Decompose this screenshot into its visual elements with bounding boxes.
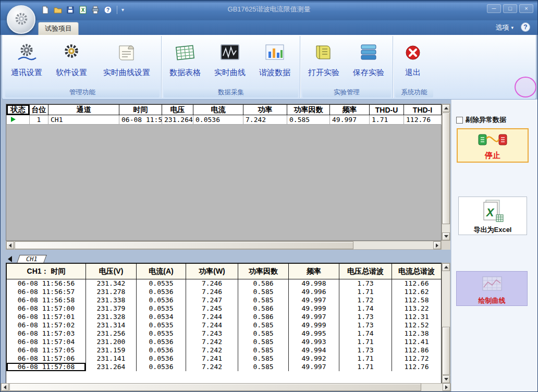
voltage-thd-column-header[interactable]: 电压总谐波: [339, 264, 392, 279]
scroll-right-button[interactable]: [433, 241, 441, 249]
software-settings-button[interactable]: 软件设置: [49, 40, 94, 88]
channel-data-row[interactable]: 06-08 11:57:04231.2000.05367.2420.58549.…: [7, 338, 442, 346]
channel-data-cell[interactable]: 49.996: [289, 288, 339, 296]
help-icon[interactable]: ?: [103, 5, 113, 15]
channel-data-cell[interactable]: 49.998: [289, 279, 339, 288]
channel-data-cell[interactable]: 0.585: [238, 354, 289, 363]
channel-data-cell[interactable]: 0.0536: [137, 363, 186, 371]
realtime-curve-button[interactable]: 实时曲线: [207, 40, 252, 88]
channel-data-cell[interactable]: 06-08 11:57:01: [7, 313, 86, 321]
hscrollbar-thumb[interactable]: [15, 241, 353, 249]
channel-data-cell[interactable]: 7.242: [186, 338, 238, 346]
channel-data-cell[interactable]: 231.159: [86, 346, 137, 354]
channel-data-cell[interactable]: 0.0536: [137, 296, 186, 304]
channel-data-row[interactable]: 06-08 11:57:02231.3140.05357.2440.58549.…: [7, 321, 442, 329]
voltage-column-header[interactable]: 电压: [162, 105, 193, 115]
channel-data-cell[interactable]: 1.74: [339, 304, 392, 313]
channel-data-cell[interactable]: 231.379: [86, 304, 137, 313]
channel-data-cell[interactable]: 49.994: [289, 346, 339, 354]
time-column-header[interactable]: 时间: [119, 105, 162, 115]
channel-data-cell[interactable]: 231.338: [86, 296, 137, 304]
channel-data-cell[interactable]: 0.586: [238, 304, 289, 313]
exit-button[interactable]: 退出: [394, 40, 432, 88]
channel-data-cell[interactable]: 112.41: [392, 338, 442, 346]
current-column-header[interactable]: 电流: [193, 105, 243, 115]
help-button[interactable]: ?: [521, 22, 530, 32]
scroll-up-button[interactable]: [442, 104, 450, 112]
channel-data-cell[interactable]: 0.585: [238, 346, 289, 354]
channel-data-cell[interactable]: 49.999: [289, 321, 339, 329]
open-experiment-button[interactable]: 打开实验: [301, 40, 346, 88]
power-column-header[interactable]: 功率: [243, 105, 287, 115]
station-column-header[interactable]: 台位: [30, 105, 48, 115]
channel-data-cell[interactable]: 1.73: [339, 346, 392, 354]
channel-data-cell[interactable]: 0.585: [238, 288, 289, 296]
channel-data-cell[interactable]: 0.585: [238, 321, 289, 329]
channel-data-vscrollbar[interactable]: [442, 263, 450, 384]
channel-data-cell[interactable]: 231.342: [86, 279, 137, 288]
channel-data-cell[interactable]: 06-08 11:57:08: [7, 363, 86, 371]
app-menu-button[interactable]: [7, 5, 35, 34]
channel-data-cell[interactable]: 113.22: [392, 304, 442, 313]
channel-data-cell[interactable]: 1.71: [339, 338, 392, 346]
channel-data-row[interactable]: 06-08 11:57:00231.3790.05357.2450.58649.…: [7, 304, 442, 313]
channel-data-cell[interactable]: 7.241: [186, 354, 238, 363]
curve-settings-button[interactable]: 实时曲线设置: [94, 40, 160, 88]
channel-data-cell[interactable]: 0.586: [238, 279, 289, 288]
channel-data-cell[interactable]: 49.992: [289, 354, 339, 363]
minimize-button[interactable]: ─: [487, 4, 501, 13]
channel-data-cell[interactable]: 49.997: [289, 363, 339, 371]
channel-data-cell[interactable]: 112.58: [392, 296, 442, 304]
channel-data-row[interactable]: 06-08 11:56:58231.3380.05367.2470.58549.…: [7, 296, 442, 304]
channel-data-cell[interactable]: 231.256: [86, 329, 137, 338]
channel-data-cell[interactable]: 7.242: [186, 363, 238, 371]
channel-column-header[interactable]: 通道: [48, 105, 119, 115]
bottom-hscrollbar[interactable]: [1, 383, 451, 391]
power-column-header[interactable]: 功率(W): [186, 264, 238, 279]
channel-data-row[interactable]: 06-08 11:57:01231.3280.05347.2440.58649.…: [7, 313, 442, 321]
channel-data-cell[interactable]: 0.0535: [137, 304, 186, 313]
channel-tab-scroll-left-button[interactable]: [6, 255, 14, 263]
channel-data-cell[interactable]: 231.314: [86, 321, 137, 329]
channel-data-cell[interactable]: 231.264: [86, 363, 137, 371]
channel-data-cell[interactable]: 49.993: [289, 338, 339, 346]
channel-tab-ch1[interactable]: CH1: [17, 255, 46, 263]
maximize-button[interactable]: □: [503, 4, 517, 13]
channel-data-cell[interactable]: 49.995: [289, 329, 339, 338]
thd-u-column-header[interactable]: THD-U: [370, 105, 404, 115]
channel-data-cell[interactable]: 06-08 11:57:06: [7, 354, 86, 363]
channel-data-cell[interactable]: 112.62: [392, 288, 442, 296]
channel-data-cell[interactable]: 7.246: [186, 279, 238, 288]
power-factor-column-header[interactable]: 功率因数: [238, 264, 289, 279]
hscrollbar-thumb[interactable]: [9, 383, 421, 391]
excel-icon[interactable]: X: [78, 5, 88, 15]
channel-data-cell[interactable]: 06-08 11:57:02: [7, 321, 86, 329]
channel-data-cell[interactable]: 0.0536: [137, 288, 186, 296]
new-file-icon[interactable]: [40, 5, 50, 15]
channel-data-row[interactable]: 06-08 11:56:57231.2780.05367.2460.58549.…: [7, 288, 442, 296]
channel-data-cell[interactable]: 7.247: [186, 296, 238, 304]
scroll-left-button[interactable]: [1, 383, 9, 391]
channel-data-cell[interactable]: 1.72: [339, 296, 392, 304]
channel-data-cell[interactable]: 7.244: [186, 313, 238, 321]
channel-data-cell[interactable]: 06-08 11:57:00: [7, 304, 86, 313]
channel-data-row[interactable]: 06-08 11:57:03231.2560.05357.2430.58549.…: [7, 329, 442, 338]
channel-data-cell[interactable]: 1.74: [339, 329, 392, 338]
thd-i-column-header[interactable]: THD-I: [404, 105, 442, 115]
channel-data-cell[interactable]: 06-08 11:56:57: [7, 288, 86, 296]
channel-data-row[interactable]: 06-08 11:57:05231.1590.05367.2420.58549.…: [7, 346, 442, 354]
save-icon[interactable]: [65, 5, 75, 15]
channel-data-cell[interactable]: 112.72: [392, 354, 442, 363]
current-column-header[interactable]: 电流(A): [137, 264, 186, 279]
draw-curve-button[interactable]: 绘制曲线: [456, 271, 528, 306]
channel-data-cell[interactable]: 1.73: [339, 321, 392, 329]
channel-data-cell[interactable]: 0.0535: [137, 279, 186, 288]
channel-data-cell[interactable]: 0.0536: [137, 338, 186, 346]
channel-data-cell[interactable]: 0.0536: [137, 354, 186, 363]
channel-data-cell[interactable]: 06-08 11:57:03: [7, 329, 86, 338]
scroll-right-button[interactable]: [443, 383, 450, 391]
channel-data-cell[interactable]: 7.242: [186, 346, 238, 354]
channel-data-cell[interactable]: 7.245: [186, 304, 238, 313]
status-table-row[interactable]: 1 CH1 06-08 11:57:08 231.264 0.0536 7.24…: [7, 115, 442, 125]
current-thd-column-header[interactable]: 电流总谐波: [392, 264, 442, 279]
